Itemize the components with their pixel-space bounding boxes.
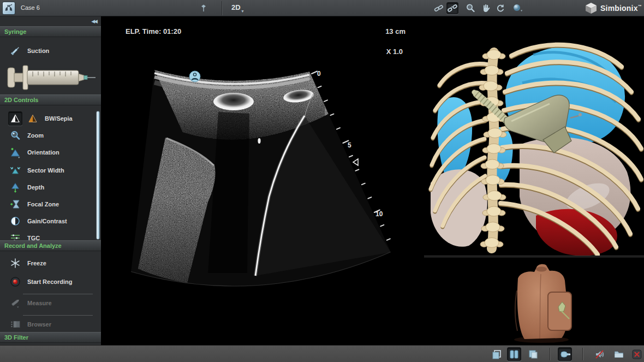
sector-width-icon <box>8 163 22 177</box>
divider <box>23 315 93 316</box>
chevron-down-icon: ▼ <box>241 9 245 13</box>
simbionix-logo-icon <box>584 2 598 15</box>
sidebar-item-bw-sepia[interactable]: BW/Sepia <box>0 110 96 127</box>
ultrasound-view[interactable]: 0 5 10 ELP. Time: 01:20 13 cm X 1.0 <box>101 16 424 345</box>
browser-icon <box>8 317 22 331</box>
section-header-syringe[interactable]: Syringe <box>0 26 101 37</box>
section-header-3d-filter[interactable]: 3D Filter <box>0 332 101 343</box>
ruler-label: 5 <box>348 141 351 149</box>
sidebar-item-label: Browser <box>27 321 51 328</box>
sidebar-item-label: Freeze <box>27 260 46 266</box>
sidebar-item-gain-contrast[interactable]: Gain/Contrast <box>0 213 96 229</box>
mannequin-view[interactable] <box>424 258 644 345</box>
pan-hand-icon[interactable] <box>480 2 492 14</box>
audio-muted-icon[interactable] <box>593 347 607 361</box>
section-header-2d-controls[interactable]: 2D Controls <box>0 94 101 105</box>
sidebar-item-label: Zoom <box>27 132 44 139</box>
syringe-image <box>7 63 96 92</box>
sidebar-item-label: Sector Width <box>27 167 64 174</box>
sidebar-item-suction[interactable]: Suction <box>0 43 96 59</box>
sidebar-item-orientation[interactable]: Orientation <box>0 144 96 161</box>
toolbar-divider <box>222 1 222 15</box>
sphere-view-icon[interactable] <box>512 2 524 14</box>
anatomy-render <box>424 16 644 256</box>
rotate-icon[interactable] <box>494 2 506 14</box>
gain-contrast-icon <box>8 214 22 228</box>
3d-anatomy-view[interactable] <box>424 16 644 256</box>
sidebar-item-depth[interactable]: Depth <box>0 179 96 195</box>
lungs-app-icon <box>2 2 15 15</box>
focal-zone-icon <box>8 197 22 211</box>
sidebar-item-freeze[interactable]: Freeze <box>0 255 96 271</box>
layout-single-icon[interactable] <box>490 347 504 361</box>
folder-icon[interactable] <box>612 347 626 361</box>
orientation-icon <box>8 145 22 159</box>
depth-label: 13 cm <box>336 27 406 35</box>
title-bar: Case 6 2D ▼ <box>0 0 644 16</box>
sidebar-item-sector-width[interactable]: Sector Width <box>0 162 96 179</box>
link-icon[interactable] <box>433 2 445 14</box>
view-toolbar <box>0 345 644 362</box>
simulator-window: Case 6 2D ▼ <box>0 0 644 362</box>
sidebar-item-start-recording[interactable]: Start Recording <box>0 274 96 290</box>
mannequin-render <box>424 258 644 345</box>
ruler-label: 0 <box>317 70 321 78</box>
brand-text: Simbionix™ <box>600 4 642 13</box>
sidebar-item-label: Measure <box>27 300 52 306</box>
focal-zone-marker[interactable] <box>353 159 358 165</box>
record-icon <box>8 275 22 289</box>
case-label: Case 6 <box>21 4 40 11</box>
mode-dropdown[interactable]: 2D <box>231 3 241 11</box>
magnification-label: X 1.0 <box>336 48 403 56</box>
zoom-icon <box>8 128 22 143</box>
collapse-sidebar-button[interactable]: ◀◀ <box>91 19 97 24</box>
sidebar-item-label: BW/Sepia <box>45 115 73 122</box>
sidebar-item-label: Depth <box>27 184 44 191</box>
pin-icon[interactable] <box>198 2 210 14</box>
sidebar-item-label: Focal Zone <box>27 201 59 207</box>
toolbar-divider <box>550 348 550 360</box>
mannequin-view-icon[interactable] <box>558 347 572 361</box>
ruler-label: 10 <box>375 210 383 218</box>
depth-icon <box>8 180 22 194</box>
sidebar-item-focal-zone[interactable]: Focal Zone <box>0 196 96 212</box>
unlink-icon[interactable] <box>446 2 458 14</box>
control-sidebar: ◀◀ Syringe Suction <box>0 16 101 345</box>
sidebar-scrollbar[interactable] <box>97 111 99 239</box>
ultrasound-fan: 0 5 10 <box>101 16 424 345</box>
magnifier-icon[interactable] <box>464 2 476 14</box>
elapsed-time-label: ELP. Time: 01:20 <box>126 27 181 35</box>
divider <box>23 294 93 294</box>
toolbar-divider <box>582 348 583 360</box>
sidebar-item-label: Suction <box>27 48 49 54</box>
probe-orientation-icon <box>189 71 200 82</box>
sidebar-item-label: Orientation <box>27 149 59 156</box>
section-header-record-analyze[interactable]: Record and Analyze <box>0 240 101 251</box>
close-icon[interactable] <box>630 347 644 361</box>
syringe-icon <box>8 44 22 58</box>
measure-icon <box>8 296 22 310</box>
layout-split-icon[interactable] <box>507 347 521 361</box>
sidebar-item-browser[interactable]: Browser <box>0 316 96 333</box>
layout-overlap-icon[interactable] <box>526 347 540 361</box>
sepia-triangle-icon[interactable] <box>26 111 40 126</box>
sidebar-item-label: Start Recording <box>27 278 73 285</box>
bw-triangle-icon[interactable] <box>8 111 22 126</box>
sidebar-item-label: Gain/Contrast <box>27 218 67 224</box>
freeze-icon <box>8 256 22 270</box>
sidebar-item-zoom[interactable]: Zoom <box>0 127 96 144</box>
sidebar-item-measure[interactable]: Measure <box>0 295 96 311</box>
